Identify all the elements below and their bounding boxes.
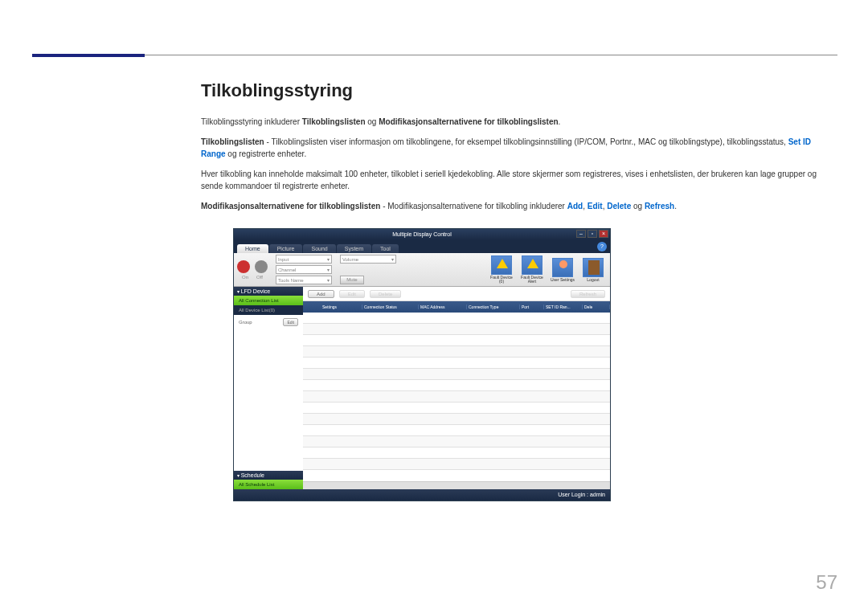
volume-combo[interactable]: Volume▾ bbox=[340, 255, 396, 264]
text: og bbox=[631, 202, 645, 210]
table-row bbox=[303, 436, 610, 447]
edit-button[interactable]: Edit bbox=[339, 290, 365, 298]
header-divider bbox=[32, 55, 837, 55]
table-row bbox=[303, 346, 610, 358]
ribbon: On Off Input▾ Channel▾ Tools Name▾ Volum… bbox=[234, 253, 610, 287]
refresh-button[interactable]: Refresh bbox=[571, 290, 605, 298]
delete-button[interactable]: Delete bbox=[370, 290, 401, 298]
page-number: 57 bbox=[816, 571, 837, 594]
chevron-down-icon: ▾ bbox=[391, 256, 394, 262]
table-row bbox=[303, 391, 610, 403]
text: - Tilkoblingslisten viser informasjon om… bbox=[264, 137, 788, 146]
sidebar-whitespace bbox=[234, 329, 303, 471]
power-group: On Off bbox=[237, 260, 268, 280]
label: Logout bbox=[579, 278, 607, 282]
tab-picture[interactable]: Picture bbox=[269, 244, 303, 253]
mute-button[interactable]: Mute bbox=[340, 276, 364, 284]
col-port[interactable]: Port bbox=[520, 304, 544, 309]
tools-combo[interactable]: Tools Name▾ bbox=[276, 276, 332, 284]
text-bold: Modifikasjonsalternativene for tilkoblin… bbox=[379, 117, 558, 126]
warning-icon bbox=[527, 259, 538, 268]
col-conntype[interactable]: Connection Type bbox=[467, 304, 520, 309]
table-row bbox=[303, 459, 610, 470]
text: og bbox=[366, 117, 379, 126]
table-row bbox=[303, 335, 610, 346]
col-mac[interactable]: MAC Address bbox=[419, 304, 467, 309]
header-accent bbox=[32, 54, 145, 57]
col-settings[interactable]: Settings bbox=[321, 304, 362, 309]
close-button[interactable]: × bbox=[599, 230, 608, 238]
text-bold: Tilkoblingslisten bbox=[302, 117, 366, 126]
label: Input bbox=[278, 257, 289, 262]
label: User Settings bbox=[549, 278, 576, 282]
sidebar-header-lfd[interactable]: LFD Device bbox=[234, 287, 303, 296]
sidebar-group-row: Group Edit bbox=[234, 315, 303, 329]
power-on-label: On bbox=[242, 275, 248, 280]
person-icon bbox=[559, 260, 567, 268]
window-titlebar: Multiple Display Control – ▫ × bbox=[234, 229, 610, 240]
text-bold: Tilkoblingslisten bbox=[201, 137, 264, 146]
tab-sound[interactable]: Sound bbox=[303, 244, 335, 253]
paragraph-4: Modifikasjonsalternativene for tilkoblin… bbox=[201, 200, 836, 212]
table-row bbox=[303, 447, 610, 459]
table-row bbox=[303, 380, 610, 391]
sidebar-item-all-device[interactable]: All Device List(0) bbox=[234, 305, 303, 315]
sidebar-item-all-schedule[interactable]: All Schedule List bbox=[234, 480, 303, 489]
chevron-down-icon: ▾ bbox=[327, 267, 330, 272]
tab-system[interactable]: System bbox=[337, 244, 371, 253]
ribbon-icons: Fault Device (0) Fault Device Alert User… bbox=[488, 255, 607, 284]
horizontal-scrollbar[interactable] bbox=[303, 481, 610, 489]
app-body: LFD Device All Connection List All Devic… bbox=[234, 287, 610, 489]
text: Tilkoblingsstyring inkluderer bbox=[201, 117, 302, 126]
add-button[interactable]: Add bbox=[308, 290, 334, 298]
label: Tools Name bbox=[278, 278, 304, 283]
text: . bbox=[674, 202, 677, 210]
help-icon[interactable]: ? bbox=[597, 242, 607, 251]
logout-button[interactable]: Logout bbox=[579, 258, 607, 282]
fault-device-button[interactable]: Fault Device (0) bbox=[488, 255, 515, 284]
paragraph-3: Hver tilkobling kan inneholde maksimalt … bbox=[201, 168, 836, 192]
group-label: Group bbox=[239, 320, 252, 325]
toolbar: Add Edit Delete Refresh bbox=[303, 287, 610, 301]
window-buttons: – ▫ × bbox=[576, 230, 608, 238]
maximize-button[interactable]: ▫ bbox=[588, 230, 597, 238]
app-screenshot: Multiple Display Control – ▫ × Home Pict… bbox=[233, 228, 611, 501]
warning-icon bbox=[497, 259, 508, 268]
col-setid[interactable]: SET ID Ran... bbox=[544, 304, 583, 309]
table-row bbox=[303, 358, 610, 369]
chevron-down-icon: ▾ bbox=[327, 277, 330, 283]
text: og registrerte enheter. bbox=[226, 149, 307, 158]
tab-home[interactable]: Home bbox=[237, 244, 268, 253]
group-edit-button[interactable]: Edit bbox=[283, 318, 298, 326]
col-dele[interactable]: Dele bbox=[583, 304, 610, 309]
col-connstatus[interactable]: Connection Status bbox=[362, 304, 419, 309]
status-text: User Login : admin bbox=[558, 492, 605, 497]
page-content: Tilkoblingsstyring Tilkoblingsstyring in… bbox=[201, 80, 836, 220]
user-settings-button[interactable]: User Settings bbox=[549, 258, 576, 282]
text: - Modifikasjonsalternativene for tilkobl… bbox=[380, 202, 567, 210]
combo-col-1: Input▾ Channel▾ Tools Name▾ bbox=[276, 255, 332, 284]
input-combo[interactable]: Input▾ bbox=[276, 255, 332, 264]
status-bar: User Login : admin bbox=[234, 489, 610, 501]
sidebar-item-all-connection[interactable]: All Connection List bbox=[234, 296, 303, 305]
label: Fault Device (0) bbox=[488, 276, 515, 284]
table-row bbox=[303, 324, 610, 335]
channel-combo[interactable]: Channel▾ bbox=[276, 265, 332, 274]
power-off-icon[interactable] bbox=[255, 260, 268, 273]
minimize-button[interactable]: – bbox=[576, 230, 586, 238]
fault-alert-button[interactable]: Fault Device Alert bbox=[518, 255, 546, 284]
table-row bbox=[303, 313, 610, 324]
power-on-icon[interactable] bbox=[237, 260, 250, 273]
door-icon bbox=[588, 260, 600, 275]
label: Channel bbox=[278, 268, 296, 272]
table-row bbox=[303, 369, 610, 380]
power-off-label: Off bbox=[256, 275, 263, 280]
table-grid bbox=[303, 313, 610, 481]
text-bold: Modifikasjonsalternativene for tilkoblin… bbox=[201, 202, 380, 210]
paragraph-2: Tilkoblingslisten - Tilkoblingslisten vi… bbox=[201, 136, 836, 160]
table-row bbox=[303, 414, 610, 425]
tab-tool[interactable]: Tool bbox=[372, 244, 399, 253]
sidebar-header-schedule[interactable]: Schedule bbox=[234, 471, 303, 480]
chevron-down-icon: ▾ bbox=[327, 256, 330, 262]
table-row bbox=[303, 403, 610, 414]
